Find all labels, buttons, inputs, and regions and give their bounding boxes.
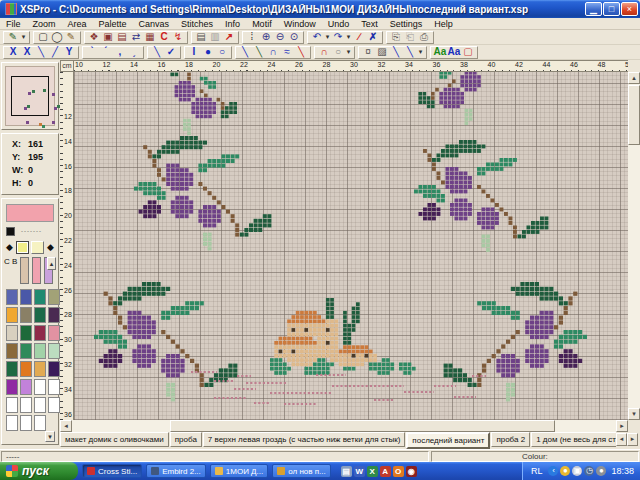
select-dashed-icon[interactable]: ▢ xyxy=(461,46,475,58)
quarter-stitch-bl-icon[interactable]: , xyxy=(113,46,127,58)
palette-scroll-down-icon[interactable]: ▾ xyxy=(45,431,55,442)
title-bar[interactable]: XSPro - C:\Documents and Settings\Rimma\… xyxy=(0,0,640,18)
diamond-symbol-left[interactable]: ◆ xyxy=(4,241,15,254)
french-knot-pin-icon[interactable]: I xyxy=(187,46,201,58)
language-indicator[interactable]: RL xyxy=(531,466,543,476)
quick-media-icon[interactable]: ▤ xyxy=(341,466,352,477)
scroll-left-button[interactable]: ◂ xyxy=(60,420,72,432)
quick-app-icon[interactable]: ◉ xyxy=(406,466,417,477)
quarter-stitch-br-icon[interactable]: ˏ xyxy=(127,46,141,58)
menu-stitches[interactable]: Stitches xyxy=(175,19,219,29)
palette-swatch-5-0[interactable] xyxy=(6,379,18,395)
pencil-tool-dropdown-icon[interactable]: ▾ xyxy=(20,33,27,41)
design-preview-thumbnail[interactable] xyxy=(5,66,55,126)
pattern-fill-icon[interactable]: ▦ xyxy=(143,31,157,43)
shift-icon[interactable]: ↯ xyxy=(171,31,185,43)
palette-swatch-4-0[interactable] xyxy=(6,361,18,377)
palette-scroll-up-icon[interactable]: ▴ xyxy=(47,257,56,270)
palette-swatch-2-0[interactable] xyxy=(6,325,18,341)
red-curve-icon[interactable]: ∩ xyxy=(317,46,331,58)
taskbar-task-4[interactable]: ол нов п... xyxy=(272,464,331,478)
palette-swatch-6-1[interactable] xyxy=(20,397,32,413)
tray-chevron-icon[interactable]: ‹ xyxy=(548,466,558,476)
select-lasso-icon[interactable]: ◯ xyxy=(50,31,64,43)
menu-info[interactable]: Info xyxy=(219,19,246,29)
palette-swatch-0-1[interactable] xyxy=(20,289,32,305)
menu-zoom[interactable]: Zoom xyxy=(27,19,62,29)
palette-swatch-3-3[interactable] xyxy=(48,343,60,359)
pattern-tab-5[interactable]: проба 2 xyxy=(491,432,530,447)
horizontal-scroll-thumb[interactable] xyxy=(170,420,555,432)
black-color-swatch[interactable] xyxy=(6,227,15,236)
scroll-down-button[interactable]: ▾ xyxy=(628,408,640,420)
thread-icon[interactable]: ⁞ xyxy=(245,31,259,43)
diamond-symbol-right[interactable]: ◆ xyxy=(45,241,56,254)
pattern-tab-4[interactable]: последний вариант xyxy=(406,432,490,449)
select-rect-icon[interactable]: ▢ xyxy=(36,31,50,43)
palette-swatch-0-3[interactable] xyxy=(48,289,60,305)
palette-swatch-5-2[interactable] xyxy=(34,379,46,395)
current-thread-color[interactable] xyxy=(6,204,54,222)
palette-swatch-1-1[interactable] xyxy=(20,307,32,323)
palette-swatch-3-1[interactable] xyxy=(20,343,32,359)
taskbar-task-3[interactable]: 1МОИ Д... xyxy=(210,464,268,478)
flip-selection-icon[interactable]: ⇄ xyxy=(129,31,143,43)
palette-swatch-1-3[interactable] xyxy=(48,307,60,323)
palette-swatch-6-0[interactable] xyxy=(6,397,18,413)
french-knot-icon[interactable]: ● xyxy=(201,46,215,58)
text-large-icon[interactable]: Aa xyxy=(447,46,461,58)
select-pencil-icon[interactable]: ✎ xyxy=(64,31,78,43)
palette-swatch-2-3[interactable] xyxy=(48,325,60,341)
palette-swatch-6-3[interactable] xyxy=(48,397,60,413)
yellow-swatch-selected[interactable] xyxy=(16,241,29,254)
tall-swatch-pink[interactable] xyxy=(32,257,41,284)
export-page-icon[interactable]: ⎙ xyxy=(417,31,431,43)
half-stitch-fwd-icon[interactable]: ╱ xyxy=(48,46,62,58)
zoom-out-icon[interactable]: ⊖ xyxy=(273,31,287,43)
tab-scroll-right-button[interactable]: ▸ xyxy=(627,433,638,446)
palette-swatch-4-1[interactable] xyxy=(20,361,32,377)
backstitch-check-icon[interactable]: ✓ xyxy=(164,46,178,58)
palette-swatch-7-0[interactable] xyxy=(6,415,18,431)
pencil-tool-icon[interactable]: ✎ xyxy=(6,31,20,43)
full-stitch-icon[interactable]: X xyxy=(6,46,20,58)
quick-acrobat-icon[interactable]: A xyxy=(380,466,391,477)
paste-clipboard-icon[interactable]: ⎗ xyxy=(403,31,417,43)
taskbar-task-2[interactable]: Embird 2... xyxy=(146,464,206,478)
zoom-in-icon[interactable]: ⊕ xyxy=(259,31,273,43)
menu-text[interactable]: Text xyxy=(355,19,384,29)
palette-swatch-2-1[interactable] xyxy=(20,325,32,341)
red-line-icon[interactable]: ╲ xyxy=(294,46,308,58)
menu-palette[interactable]: Palette xyxy=(93,19,133,29)
palette-swatch-0-0[interactable] xyxy=(6,289,18,305)
texture-icon[interactable]: ▨ xyxy=(375,46,389,58)
full-stitch-alt-icon[interactable]: X xyxy=(20,46,34,58)
menu-undo[interactable]: Undo xyxy=(322,19,356,29)
rotate-icon[interactable]: C xyxy=(157,31,171,43)
copy-selection-icon[interactable]: ▣ xyxy=(101,31,115,43)
menu-window[interactable]: Window xyxy=(278,19,322,29)
cut-selection-icon[interactable]: ▤ xyxy=(115,31,129,43)
palette-swatch-4-2[interactable] xyxy=(34,361,46,377)
menu-help[interactable]: Help xyxy=(428,19,459,29)
palette-swatch-1-2[interactable] xyxy=(34,307,46,323)
tray-coin-icon[interactable]: ● xyxy=(560,466,570,476)
close-button[interactable]: × xyxy=(621,2,638,16)
tray-clock-icon[interactable]: ◷ xyxy=(584,466,594,476)
zoom-100-icon[interactable]: ⊙ xyxy=(287,31,301,43)
copy-motif-icon[interactable]: ▥ xyxy=(208,31,222,43)
yellow-swatch-pale[interactable] xyxy=(31,241,44,254)
menu-canvas[interactable]: Canvas xyxy=(133,19,176,29)
undo-dropdown-icon[interactable]: ▾ xyxy=(324,33,331,41)
three-quarter-stitch-icon[interactable]: Y xyxy=(62,46,76,58)
quick-opera-icon[interactable]: O xyxy=(393,466,404,477)
move-selection-icon[interactable]: ❖ xyxy=(87,31,101,43)
palette-swatch-4-3[interactable] xyxy=(48,361,60,377)
poly-line-icon[interactable]: ╲ xyxy=(252,46,266,58)
ellipse-icon[interactable]: ○ xyxy=(331,46,345,58)
motif-library-icon[interactable]: ▤ xyxy=(194,31,208,43)
minimize-button[interactable]: ▁ xyxy=(585,2,602,16)
menu-settings[interactable]: Settings xyxy=(384,19,429,29)
tab-scroll-left-button[interactable]: ◂ xyxy=(616,433,627,446)
palette-swatch-2-2[interactable] xyxy=(34,325,46,341)
